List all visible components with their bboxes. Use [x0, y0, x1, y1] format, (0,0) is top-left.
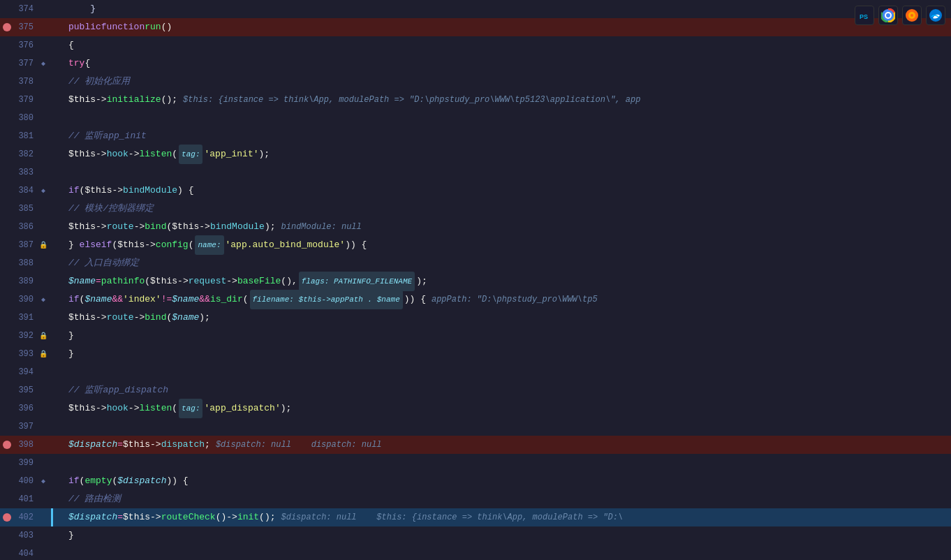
breakpoint-area-397[interactable] [0, 422, 14, 431]
breakpoint-area-404[interactable] [0, 550, 14, 558]
breakpoint-area-376[interactable] [0, 41, 14, 50]
code-line-377: 377◆ try { [0, 54, 951, 73]
breakpoint-area-377[interactable] [0, 59, 14, 68]
breakpoint-area-395[interactable] [0, 386, 14, 395]
breakpoint-area-383[interactable] [0, 168, 14, 177]
line-number-392: 392 [14, 327, 38, 345]
line-content-375: public function run() [63, 18, 951, 36]
code-line-376: 376 { [0, 36, 951, 54]
code-line-395: 395 // 监听app_dispatch [0, 381, 951, 399]
line-number-384: 384 [14, 182, 38, 200]
code-line-386: 386 $this->route->bind($this->bindModule… [0, 218, 951, 236]
code-line-398: 398 $dispatch = $this->dispatch; $dispat… [0, 436, 951, 454]
breakpoint-area-392[interactable] [0, 332, 14, 340]
line-content-403: } [63, 526, 951, 545]
edge-icon[interactable] [926, 6, 945, 25]
line-number-381: 381 [14, 127, 38, 145]
breakpoint-area-380[interactable] [0, 114, 14, 122]
breakpoint-area-382[interactable] [0, 150, 14, 159]
breakpoint-area-390[interactable] [0, 295, 14, 304]
code-line-375: 375 public function run() [0, 18, 951, 36]
line-content-400: if (empty($dispatch)) { [63, 472, 951, 490]
line-number-385: 385 [14, 200, 38, 218]
line-number-379: 379 [14, 91, 38, 109]
breakpoint-area-399[interactable] [0, 459, 14, 467]
line-content-401: // 路由检测 [63, 490, 951, 508]
line-content-394 [63, 363, 951, 381]
line-number-394: 394 [14, 363, 38, 381]
line-marker-384: ◆ [38, 186, 49, 195]
code-line-379: 379 $this->initialize(); $this: {instanc… [0, 91, 951, 109]
line-marker-393: 🔒 [38, 350, 49, 358]
breakpoint-area-384[interactable] [0, 186, 14, 195]
line-number-375: 375 [14, 18, 38, 36]
breakpoint-area-402[interactable] [0, 513, 14, 522]
line-number-391: 391 [14, 309, 38, 327]
line-number-390: 390 [14, 290, 38, 309]
line-content-398: $dispatch = $this->dispatch; $dispatch: … [63, 436, 951, 454]
breakpoint-area-396[interactable] [0, 404, 14, 413]
breakpoint-area-394[interactable] [0, 368, 14, 376]
line-content-377: try { [63, 54, 951, 73]
breakpoint-area-375[interactable] [0, 23, 14, 31]
code-line-374: 374 } [0, 0, 951, 18]
code-line-394: 394 [0, 363, 951, 381]
top-icons-bar: PS [855, 6, 945, 25]
line-number-402: 402 [14, 508, 38, 526]
code-line-396: 396 $this->hook->listen( tag: 'app_dispa… [0, 399, 951, 418]
code-line-382: 382 $this->hook->listen( tag: 'app_init'… [0, 145, 951, 163]
line-content-381: // 监听app_init [63, 127, 951, 145]
current-line-indicator [51, 508, 53, 526]
line-content-374: } [63, 0, 951, 18]
line-content-380 [63, 109, 951, 127]
breakpoint-area-387[interactable] [0, 241, 14, 249]
code-line-401: 401 // 路由检测 [0, 490, 951, 508]
line-content-376: { [63, 36, 951, 54]
breakpoint-area-401[interactable] [0, 495, 14, 503]
breakpoint-area-403[interactable] [0, 531, 14, 540]
breakpoint-area-391[interactable] [0, 314, 14, 322]
line-number-393: 393 [14, 345, 38, 363]
line-number-387: 387 [14, 236, 38, 254]
breakpoint-area-374[interactable] [0, 5, 14, 13]
code-line-403: 403 } [0, 526, 951, 545]
code-line-397: 397 [0, 418, 951, 436]
firefox-icon[interactable] [902, 6, 922, 25]
line-number-378: 378 [14, 73, 38, 91]
line-number-403: 403 [14, 526, 38, 545]
code-line-402: 402 $dispatch = $this->routeCheck()->ini… [0, 508, 951, 526]
breakpoint-area-389[interactable] [0, 277, 14, 286]
line-marker-377: ◆ [38, 59, 49, 68]
svg-point-6 [886, 13, 890, 17]
breakpoint-dot-375 [3, 23, 11, 31]
line-content-391: $this->route->bind($name); [63, 309, 951, 327]
code-line-404: 404 [0, 545, 951, 560]
line-number-400: 400 [14, 472, 38, 490]
breakpoint-area-381[interactable] [0, 132, 14, 140]
breakpoint-area-379[interactable] [0, 96, 14, 104]
code-line-392: 392🔒 } [0, 327, 951, 345]
code-line-383: 383 [0, 163, 951, 182]
line-content-392: } [63, 327, 951, 345]
line-content-379: $this->initialize(); $this: {instance =>… [63, 91, 951, 109]
breakpoint-area-388[interactable] [0, 259, 14, 267]
line-number-397: 397 [14, 418, 38, 436]
breakpoint-area-398[interactable] [0, 441, 14, 449]
code-line-390: 390◆ if ($name && 'index' != $name && is… [0, 290, 951, 309]
line-number-377: 377 [14, 54, 38, 73]
line-content-386: $this->route->bind($this->bindModule); b… [63, 218, 951, 236]
line-number-399: 399 [14, 454, 38, 472]
breakpoint-area-378[interactable] [0, 78, 14, 86]
line-content-390: if ($name && 'index' != $name && is_dir(… [63, 290, 951, 309]
line-content-397 [63, 418, 951, 436]
code-line-380: 380 [0, 109, 951, 127]
breakpoint-dot-398 [3, 441, 11, 449]
line-marker-387: 🔒 [38, 241, 49, 249]
breakpoint-area-393[interactable] [0, 350, 14, 358]
line-content-387: } elseif ($this->config( name: 'app.auto… [63, 236, 951, 254]
breakpoint-area-386[interactable] [0, 223, 14, 231]
breakpoint-area-385[interactable] [0, 205, 14, 213]
breakpoint-area-400[interactable] [0, 477, 14, 485]
phpstorm-icon[interactable]: PS [855, 6, 874, 25]
chrome-icon[interactable] [878, 6, 898, 25]
